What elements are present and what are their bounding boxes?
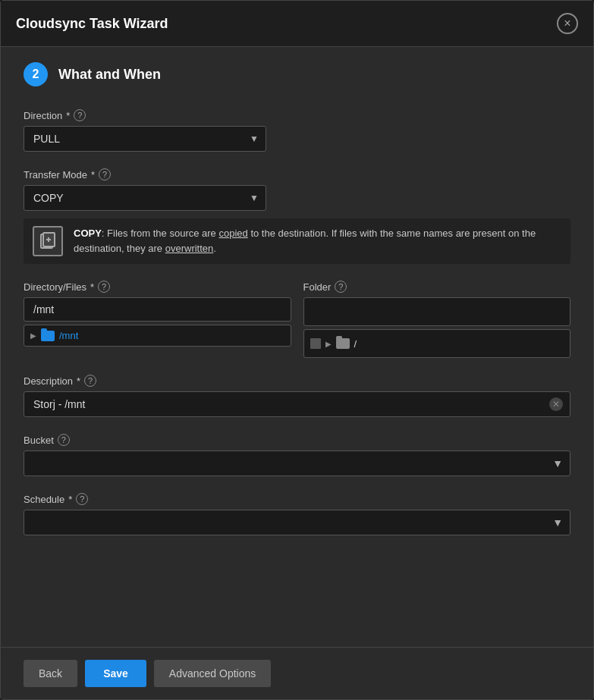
copy-info-box: COPY: Files from the source are copied t… (24, 218, 570, 264)
directory-files-col: Directory/Files* ? ▶ /mnt (24, 281, 291, 358)
folder-input-empty (303, 297, 571, 326)
direction-label: Direction* ? (24, 109, 570, 121)
folder-help-icon[interactable]: ? (335, 281, 347, 293)
schedule-help-icon[interactable]: ? (76, 493, 88, 505)
description-input[interactable] (24, 391, 570, 417)
directory-input[interactable] (24, 297, 291, 322)
advanced-options-button[interactable]: Advanced Options (154, 660, 271, 687)
copy-icon (33, 226, 63, 256)
description-help-icon[interactable]: ? (84, 375, 96, 387)
back-button[interactable]: Back (24, 660, 77, 687)
step-header: 2 What and When (24, 62, 570, 86)
modal-footer: Back Save Advanced Options (1, 647, 593, 699)
dir-folder-row: Directory/Files* ? ▶ /mnt Folder ? (24, 281, 570, 358)
directory-label: Directory/Files* ? (24, 281, 291, 293)
transfer-mode-group: Transfer Mode* ? COPY MOVE SYNC ▼ (24, 168, 570, 264)
direction-select-wrapper: PULL PUSH SYNC ▼ (24, 126, 266, 152)
transfer-mode-select[interactable]: COPY MOVE SYNC (24, 185, 266, 211)
folder-col: Folder ? ▶ / (303, 281, 571, 358)
save-button[interactable]: Save (85, 660, 146, 687)
schedule-select-wrapper: Daily (0 0 * * *) At 00:00 (12:00 AM) Ho… (24, 510, 570, 535)
transfer-mode-label: Transfer Mode* ? (24, 168, 570, 180)
directory-tree-label: /mnt (59, 330, 78, 341)
modal-title: Cloudsync Task Wizard (16, 16, 168, 32)
folder-label: Folder ? (303, 281, 571, 293)
bucket-group: Bucket ? ▼ (24, 434, 570, 476)
folder-gray-icon (336, 338, 350, 349)
folder-blue-icon (41, 331, 55, 341)
step-badge: 2 (24, 62, 48, 86)
transfer-mode-help-icon[interactable]: ? (99, 168, 111, 180)
step-title: What and When (58, 67, 161, 83)
close-button[interactable]: × (557, 13, 578, 34)
description-label: Description* ? (24, 375, 570, 387)
direction-select[interactable]: PULL PUSH SYNC (24, 126, 266, 152)
direction-help-icon[interactable]: ? (74, 109, 86, 121)
bucket-select[interactable] (24, 450, 570, 476)
bucket-label: Bucket ? (24, 434, 570, 446)
transfer-mode-select-wrapper: COPY MOVE SYNC ▼ (24, 185, 266, 211)
copy-bold-prefix: COPY (74, 228, 102, 239)
bucket-help-icon[interactable]: ? (58, 434, 70, 446)
tree-expand-arrow: ▶ (30, 331, 36, 340)
modal-container: Cloudsync Task Wizard × 2 What and When … (0, 0, 594, 700)
description-clear-button[interactable]: ✕ (549, 397, 563, 411)
folder-tree[interactable]: ▶ / (303, 329, 571, 358)
copy-underline1: copied (218, 228, 247, 239)
modal-header: Cloudsync Task Wizard × (1, 1, 593, 47)
folder-tree-label: / (354, 338, 357, 350)
copy-description-text: COPY: Files from the source are copied t… (74, 226, 561, 256)
direction-group: Direction* ? PULL PUSH SYNC ▼ (24, 109, 570, 152)
folder-square-icon (310, 338, 321, 349)
schedule-group: Schedule* ? Daily (0 0 * * *) At 00:00 (… (24, 493, 570, 535)
description-input-wrapper: ✕ (24, 391, 570, 417)
folder-tree-arrow: ▶ (325, 340, 332, 348)
schedule-select[interactable]: Daily (0 0 * * *) At 00:00 (12:00 AM) Ho… (24, 510, 570, 535)
directory-help-icon[interactable]: ? (98, 281, 110, 293)
description-group: Description* ? ✕ (24, 375, 570, 417)
bucket-select-wrapper: ▼ (24, 450, 570, 476)
modal-body: 2 What and When Direction* ? PULL PUSH S… (1, 47, 593, 647)
copy-underline2: overwritten (165, 243, 214, 254)
directory-tree[interactable]: ▶ /mnt (24, 325, 291, 347)
schedule-label: Schedule* ? (24, 493, 570, 505)
